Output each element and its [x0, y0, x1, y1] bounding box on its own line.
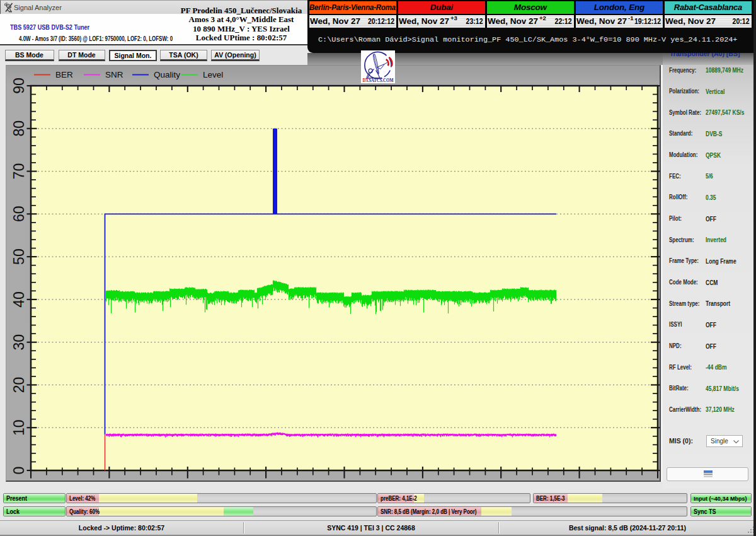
svg-text:Quality: Quality: [154, 70, 180, 79]
svg-text:30: 30: [11, 334, 27, 351]
svg-text:20: 20: [11, 377, 27, 393]
svg-text:80: 80: [11, 120, 27, 137]
svg-text:50: 50: [11, 248, 27, 265]
svg-text:70: 70: [11, 163, 27, 180]
svg-text:Level: Level: [203, 70, 223, 79]
svg-text:DXSATCS.COM: DXSATCS.COM: [363, 78, 394, 83]
svg-text:90: 90: [11, 78, 27, 94]
svg-text:10: 10: [11, 419, 27, 436]
svg-text:0: 0: [11, 467, 27, 475]
svg-text:SNR: SNR: [105, 70, 123, 79]
svg-text:BER: BER: [55, 70, 73, 79]
svg-text:40: 40: [11, 291, 27, 308]
svg-text:60: 60: [11, 206, 27, 223]
